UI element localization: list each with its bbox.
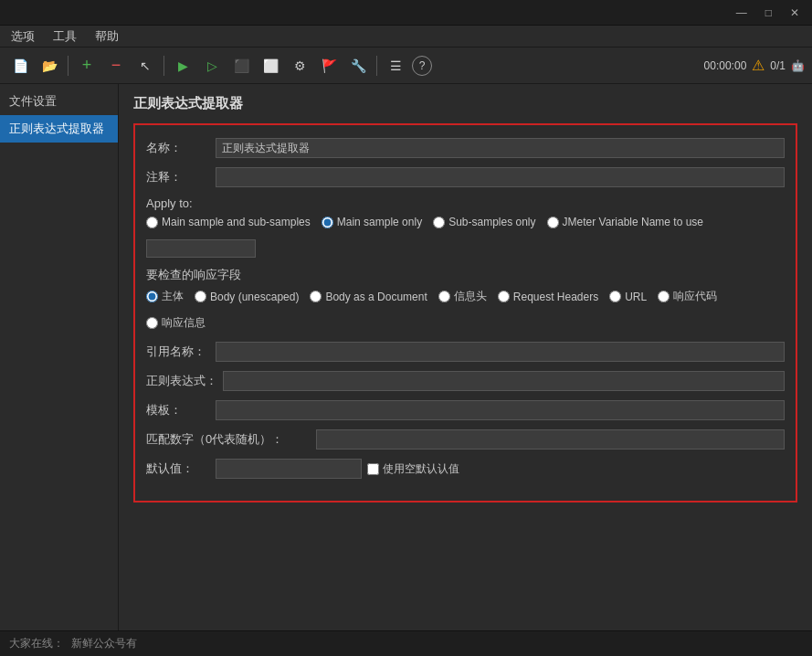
radio-sub-only-input[interactable]: [433, 217, 445, 228]
radio-info-head-label: 信息头: [454, 289, 487, 304]
use-empty-default-checkbox[interactable]: [367, 463, 379, 475]
remove-button[interactable]: −: [103, 53, 129, 79]
menu-help[interactable]: 帮助: [88, 26, 126, 47]
robot-icon: 🤖: [791, 59, 805, 72]
radio-jmeter-var-input[interactable]: [547, 217, 559, 228]
jmeter-var-text-input[interactable]: [146, 239, 256, 258]
radio-body-unescaped[interactable]: Body (unescaped): [195, 291, 299, 303]
radio-req-headers-input[interactable]: [498, 291, 510, 302]
maximize-button[interactable]: □: [760, 5, 777, 21]
main-layout: 文件设置 正则表达式提取器 正则表达式提取器 名称： 注释： Apply to:…: [0, 84, 812, 630]
open-button[interactable]: 📂: [37, 53, 62, 79]
name-label: 名称：: [146, 140, 210, 156]
close-button[interactable]: ✕: [785, 5, 805, 21]
radio-url[interactable]: URL: [609, 291, 647, 303]
counter-display: 0/1: [770, 59, 786, 72]
radio-url-input[interactable]: [609, 291, 621, 302]
radio-resp-msg-label: 响应信息: [162, 315, 206, 331]
regex-row: 正则表达式：: [146, 371, 785, 391]
ref-name-input[interactable]: [216, 342, 785, 362]
toolbar: 📄 📂 + − ↖ ▶ ▷ ⬛ ⬜ ⚙ 🚩 🔧 ☰ ? 00:00:00 ⚠ 0…: [0, 48, 812, 84]
radio-main-sub-input[interactable]: [146, 217, 158, 228]
cursor-button[interactable]: ↖: [132, 53, 158, 79]
panel-title: 正则表达式提取器: [133, 95, 797, 112]
response-field-radio-group: 主体 Body (unescaped) Body as a Document 信…: [146, 289, 785, 331]
sidebar-item-file-settings[interactable]: 文件设置: [0, 88, 118, 115]
help-button[interactable]: ?: [412, 56, 432, 76]
menu-options[interactable]: 选项: [4, 26, 42, 47]
title-bar: — □ ✕: [0, 0, 812, 26]
status-text-2: 新鲜公众号有: [71, 636, 137, 651]
radio-main-sub-label: Main sample and sub-samples: [162, 216, 311, 228]
regex-input[interactable]: [223, 371, 785, 391]
radio-sub-only-label: Sub-samples only: [448, 216, 535, 228]
default-value-input[interactable]: [216, 459, 362, 479]
flag-button[interactable]: 🚩: [316, 53, 342, 79]
sidebar-item-regex-extractor[interactable]: 正则表达式提取器: [0, 115, 118, 143]
add-button[interactable]: +: [74, 53, 100, 79]
stop-outline-button[interactable]: ⬜: [258, 53, 283, 79]
radio-main-only-label: Main sample only: [337, 216, 422, 228]
status-text-1: 大家在线：: [9, 636, 64, 651]
radio-req-headers-label: Request Headers: [513, 291, 598, 303]
run-button[interactable]: ▶: [170, 53, 195, 79]
comment-input[interactable]: [216, 167, 785, 187]
toolbar-separator-1: [68, 56, 69, 76]
radio-resp-code-input[interactable]: [658, 291, 670, 302]
template-row: 模板：: [146, 400, 785, 420]
radio-body-doc[interactable]: Body as a Document: [310, 291, 427, 303]
regex-label: 正则表达式：: [146, 373, 217, 389]
apply-to-label: Apply to:: [146, 196, 785, 210]
template-input[interactable]: [216, 400, 785, 420]
radio-url-label: URL: [625, 291, 647, 303]
default-label: 默认值：: [146, 460, 210, 477]
radio-info-head-input[interactable]: [438, 291, 450, 302]
match-num-label: 匹配数字（0代表随机）：: [146, 431, 311, 448]
radio-jmeter-var[interactable]: JMeter Variable Name to use: [547, 216, 704, 228]
use-empty-default-checkbox-label[interactable]: 使用空默认认值: [367, 461, 459, 477]
radio-body[interactable]: 主体: [146, 289, 184, 304]
ref-name-label: 引用名称：: [146, 344, 210, 360]
radio-body-doc-input[interactable]: [310, 291, 322, 302]
radio-info-head[interactable]: 信息头: [438, 289, 487, 304]
toolbar-right: 00:00:00 ⚠ 0/1 🤖: [704, 57, 805, 74]
settings-button[interactable]: ⚙: [287, 53, 312, 79]
radio-req-headers[interactable]: Request Headers: [498, 291, 598, 303]
radio-main-sub[interactable]: Main sample and sub-samples: [146, 216, 311, 228]
radio-main-only-input[interactable]: [322, 217, 333, 228]
radio-body-unescaped-input[interactable]: [195, 291, 206, 302]
response-field-label: 要检查的响应字段: [146, 267, 785, 283]
new-button[interactable]: 📄: [7, 53, 33, 79]
warning-icon: ⚠: [752, 57, 765, 74]
run-alt-button[interactable]: ▷: [199, 53, 225, 79]
radio-sub-only[interactable]: Sub-samples only: [433, 216, 535, 228]
timer-display: 00:00:00: [704, 59, 747, 72]
radio-resp-msg[interactable]: 响应信息: [146, 315, 206, 331]
toolbar-separator-2: [163, 56, 164, 76]
ref-name-row: 引用名称：: [146, 342, 785, 362]
content-area: 正则表达式提取器 名称： 注释： Apply to: Main sample a…: [119, 84, 812, 630]
tool-button[interactable]: 🔧: [345, 53, 371, 79]
default-row: 默认值： 使用空默认认值: [146, 459, 785, 479]
radio-resp-code[interactable]: 响应代码: [658, 289, 717, 304]
match-num-row: 匹配数字（0代表随机）：: [146, 429, 785, 450]
radio-main-only[interactable]: Main sample only: [322, 216, 422, 228]
sidebar: 文件设置 正则表达式提取器: [0, 84, 119, 630]
list-button[interactable]: ☰: [383, 53, 408, 79]
name-row: 名称：: [146, 138, 785, 158]
red-panel: 名称： 注释： Apply to: Main sample and sub-sa…: [133, 123, 797, 503]
match-num-input[interactable]: [316, 429, 785, 450]
radio-body-unescaped-label: Body (unescaped): [210, 291, 299, 303]
toolbar-separator-3: [376, 56, 377, 76]
template-label: 模板：: [146, 402, 210, 418]
radio-jmeter-var-label: JMeter Variable Name to use: [563, 216, 704, 228]
minimize-button[interactable]: —: [731, 5, 753, 21]
radio-resp-code-label: 响应代码: [673, 289, 717, 304]
stop-button[interactable]: ⬛: [228, 53, 254, 79]
radio-body-input[interactable]: [146, 291, 158, 302]
menu-tools[interactable]: 工具: [46, 26, 84, 47]
use-empty-default-label: 使用空默认认值: [383, 461, 459, 477]
radio-body-doc-label: Body as a Document: [325, 291, 427, 303]
radio-resp-msg-input[interactable]: [146, 317, 158, 329]
name-input[interactable]: [216, 138, 785, 158]
